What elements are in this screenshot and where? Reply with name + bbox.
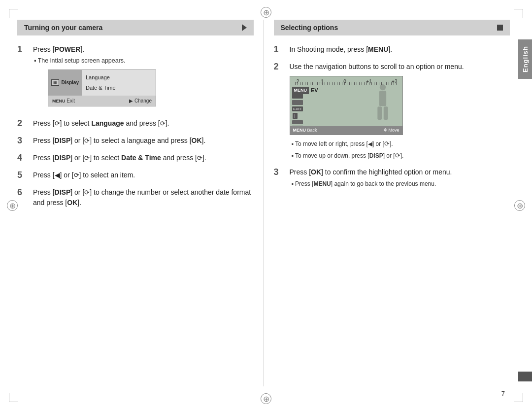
camera-screen-mockup: ▦ Display Language Date & Time MENU Exit… bbox=[48, 69, 156, 107]
corner-mark-br bbox=[514, 393, 523, 402]
svg-rect-1 bbox=[379, 91, 386, 106]
step-4-content: Press [DISP] or [⟳] to select Date & Tim… bbox=[33, 153, 254, 165]
right-step-1: 1 In Shooting mode, press [MENU]. bbox=[274, 44, 510, 57]
compass-left bbox=[7, 200, 18, 211]
compass-right bbox=[514, 200, 525, 211]
ev-footer: MENU Back ❖ Move bbox=[290, 126, 402, 135]
right-step-2-content: Use the navigation buttons to scroll to … bbox=[290, 62, 510, 162]
step-3: 3 Press [DISP] or [⟳] to select a langua… bbox=[17, 136, 254, 148]
step-5-num: 5 bbox=[17, 170, 29, 181]
step-6-text: Press [DISP] or [⟳] to change the number… bbox=[33, 187, 254, 208]
cam-body: ▦ Display Language Date & Time bbox=[48, 70, 156, 96]
step-6-content: Press [DISP] or [⟳] to change the number… bbox=[33, 187, 254, 210]
svg-point-0 bbox=[379, 84, 385, 90]
step-1-num: 1 bbox=[17, 44, 29, 55]
right-step-2-num: 2 bbox=[274, 62, 286, 72]
corner-mark-tl bbox=[9, 9, 18, 18]
cam-right-menu: Language Date & Time bbox=[82, 70, 156, 96]
right-step-1-content: In Shooting mode, press [MENU]. bbox=[290, 44, 510, 57]
right-step-1-text: In Shooting mode, press [MENU]. bbox=[290, 44, 510, 55]
ev-label: EV bbox=[311, 86, 318, 95]
right-step-list: 1 In Shooting mode, press [MENU]. 2 Use … bbox=[274, 44, 510, 190]
cam-left-menu: ▦ Display bbox=[48, 70, 82, 96]
compass-top bbox=[261, 7, 271, 18]
right-step-3-text: Press [OK] to confirm the highlighted op… bbox=[290, 167, 510, 177]
ev-icon-1 bbox=[292, 94, 303, 99]
arrow-right-icon bbox=[242, 24, 247, 31]
step-3-num: 3 bbox=[17, 136, 29, 146]
ev-footer-move: ❖ Move bbox=[383, 127, 399, 134]
ev-icon-2 bbox=[292, 100, 303, 105]
display-icon: ▦ bbox=[51, 79, 59, 86]
cam-footer: MENU Exit ▶ Change bbox=[48, 96, 156, 106]
left-column: Turning on your camera 1 Press [POWER]. … bbox=[17, 20, 264, 386]
step-1: 1 Press [POWER]. The intial setup screen… bbox=[17, 44, 254, 113]
right-step-3: 3 Press [OK] to confirm the highlighted … bbox=[274, 167, 510, 190]
cam-menu-datetime: Date & Time bbox=[86, 83, 152, 93]
ev-screen-mockup: -2 -1 0 +1 +2 MENU EV bbox=[290, 76, 403, 135]
svg-rect-2 bbox=[377, 106, 382, 120]
left-step-list: 1 Press [POWER]. The intial setup screen… bbox=[17, 44, 254, 210]
cam-menu-language: Language bbox=[86, 73, 152, 82]
square-icon bbox=[497, 25, 503, 31]
ev-footer-back: MENU Back bbox=[293, 127, 317, 134]
ev-icon-4: | bbox=[293, 113, 298, 119]
sidebar-accent bbox=[518, 372, 532, 381]
step-2-text: Press [⟳] to select Language and press [… bbox=[33, 118, 254, 129]
step-5-text: Press [◀] or [⟳] to select an item. bbox=[33, 170, 254, 180]
step-6-num: 6 bbox=[17, 187, 29, 198]
step-4-text: Press [DISP] or [⟳] to select Date & Tim… bbox=[33, 153, 254, 163]
step-2-content: Press [⟳] to select Language and press [… bbox=[33, 118, 254, 131]
step-5-content: Press [◀] or [⟳] to select an item. bbox=[33, 170, 254, 182]
display-label: Display bbox=[61, 79, 79, 86]
ev-icon-3: C.OFF bbox=[292, 106, 303, 111]
right-step-2-text: Use the navigation buttons to scroll to … bbox=[290, 62, 510, 72]
right-step-3-note-1: Press [MENU] again to go back to the pre… bbox=[292, 179, 510, 188]
step-1-sub: The intial setup screen appears. bbox=[34, 57, 254, 66]
step-2: 2 Press [⟳] to select Language and press… bbox=[17, 118, 254, 131]
compass-bottom bbox=[261, 393, 271, 404]
step-1-text: Press [POWER]. bbox=[33, 44, 254, 55]
right-section-header: Selecting options bbox=[274, 20, 510, 35]
step-1-content: Press [POWER]. The intial setup screen a… bbox=[33, 44, 254, 113]
step-3-content: Press [DISP] or [⟳] to select a language… bbox=[33, 136, 254, 148]
corner-mark-bl bbox=[9, 393, 18, 402]
step-6: 6 Press [DISP] or [⟳] to change the numb… bbox=[17, 187, 254, 210]
page-number: 7 bbox=[501, 390, 505, 397]
ev-menu-box: MENU bbox=[292, 87, 309, 95]
svg-rect-3 bbox=[383, 106, 388, 120]
step-2-num: 2 bbox=[17, 118, 29, 129]
right-step-3-num: 3 bbox=[274, 167, 286, 178]
ev-figure-silhouette bbox=[373, 84, 393, 123]
cam-footer-right: ▶ Change bbox=[129, 97, 152, 105]
ev-icon-5 bbox=[292, 120, 303, 124]
right-step-1-num: 1 bbox=[274, 44, 286, 55]
main-container: Turning on your camera 1 Press [POWER]. … bbox=[17, 20, 510, 386]
step-4-num: 4 bbox=[17, 153, 29, 164]
right-column: Selecting options 1 In Shooting mode, pr… bbox=[264, 20, 510, 386]
language-tab: English bbox=[518, 39, 532, 79]
right-step-2: 2 Use the navigation buttons to scroll t… bbox=[274, 62, 510, 162]
cam-footer-left: MENU Exit bbox=[52, 97, 75, 105]
left-section-title: Turning on your camera bbox=[24, 24, 102, 32]
step-4: 4 Press [DISP] or [⟳] to select Date & T… bbox=[17, 153, 254, 165]
right-section-title: Selecting options bbox=[281, 24, 338, 32]
right-step-2-note-1: To move left or right, press [◀] or [⟳]. bbox=[292, 139, 510, 149]
right-step-3-content: Press [OK] to confirm the highlighted op… bbox=[290, 167, 510, 190]
step-3-text: Press [DISP] or [⟳] to select a language… bbox=[33, 136, 254, 146]
corner-mark-tr bbox=[514, 9, 523, 18]
step-5: 5 Press [◀] or [⟳] to select an item. bbox=[17, 170, 254, 182]
ev-icon-list: C.OFF | OFF bbox=[292, 94, 303, 131]
left-section-header: Turning on your camera bbox=[17, 20, 254, 35]
right-step-2-note-2: To move up or down, press [DISP] or [⟳]. bbox=[292, 151, 510, 161]
